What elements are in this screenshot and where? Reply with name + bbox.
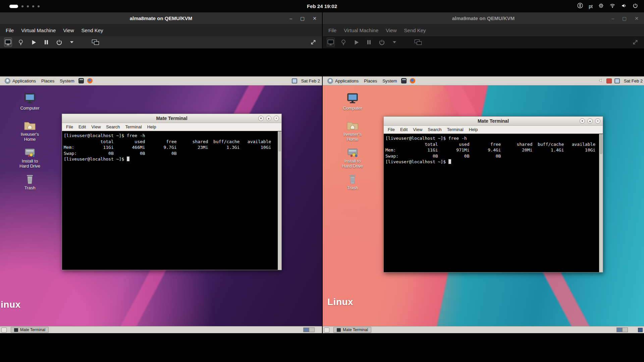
workspace-switcher[interactable] bbox=[616, 327, 628, 332]
vm-console-display[interactable]: Applications Places System Sat Feb 2 bbox=[0, 49, 322, 362]
terminal-menu-terminal[interactable]: Terminal bbox=[444, 127, 466, 132]
desktop-icon-install[interactable]: Install to Hard Drive bbox=[17, 146, 43, 169]
host-clock[interactable]: Feb 24 19:02 bbox=[307, 3, 337, 9]
show-desktop-button[interactable] bbox=[324, 327, 329, 333]
terminal-menu-terminal[interactable]: Terminal bbox=[123, 124, 145, 129]
show-desktop-button[interactable] bbox=[1, 327, 7, 333]
guest-desktop[interactable]: Computer liveuser's Home Install to Hard… bbox=[323, 85, 644, 326]
fullscreen-icon[interactable] bbox=[631, 38, 639, 47]
terminal-scrollbar[interactable] bbox=[599, 134, 603, 272]
display-tray-icon[interactable] bbox=[614, 78, 620, 83]
terminal-menu-search[interactable]: Search bbox=[103, 124, 122, 129]
menu-file[interactable]: File bbox=[2, 27, 17, 33]
terminal-menu-search[interactable]: Search bbox=[425, 127, 444, 132]
guest-desktop[interactable]: Computer liveuser's Home Install to Hard… bbox=[0, 85, 322, 326]
notification-tray-icon[interactable] bbox=[606, 78, 612, 83]
minimize-button[interactable]: – bbox=[289, 16, 292, 21]
guest-clock[interactable]: Sat Feb 2 bbox=[623, 78, 643, 83]
details-lightbulb-button[interactable] bbox=[17, 38, 25, 47]
close-button[interactable]: ✕ bbox=[635, 16, 639, 21]
active-workspace-pill[interactable] bbox=[9, 5, 18, 8]
console-view-button[interactable] bbox=[4, 38, 12, 47]
terminal-titlebar[interactable]: Mate Terminal ▾ ▴ × bbox=[62, 114, 281, 123]
console-view-button[interactable] bbox=[327, 38, 335, 47]
desktop-icon-trash[interactable]: Trash bbox=[339, 173, 366, 191]
system-menu[interactable]: System bbox=[380, 78, 399, 83]
desktop-icon-home[interactable]: liveuser's Home bbox=[339, 120, 366, 142]
menu-virtual-machine[interactable]: Virtual Machine bbox=[340, 27, 382, 33]
close-button[interactable]: ✕ bbox=[313, 16, 317, 21]
shutdown-button[interactable] bbox=[55, 38, 63, 47]
workspace-dot[interactable] bbox=[27, 5, 29, 7]
maximize-button[interactable]: ▢ bbox=[622, 16, 627, 21]
accessibility-icon[interactable] bbox=[577, 3, 583, 10]
workspace-1[interactable] bbox=[303, 327, 309, 332]
terminal-close-button[interactable]: × bbox=[274, 116, 279, 121]
workspace-dot[interactable] bbox=[21, 5, 23, 7]
workspace-2[interactable] bbox=[309, 327, 315, 332]
workspace-dot[interactable] bbox=[38, 5, 40, 7]
menu-send-key[interactable]: Send Key bbox=[400, 27, 430, 33]
terminal-minimize-button[interactable]: ▾ bbox=[580, 118, 585, 124]
displays-button[interactable] bbox=[91, 38, 99, 47]
display-tray-icon[interactable] bbox=[292, 78, 297, 83]
shutdown-menu-caret[interactable] bbox=[68, 38, 76, 47]
terminal-menu-file[interactable]: File bbox=[385, 127, 397, 132]
terminal-titlebar[interactable]: Mate Terminal ▾ ▴ × bbox=[384, 117, 603, 126]
maximize-button[interactable]: ▢ bbox=[300, 16, 305, 21]
menu-view[interactable]: View bbox=[382, 27, 400, 33]
vm-titlebar[interactable]: alma8mate on QEMU/KVM – ▢ ✕ bbox=[0, 12, 322, 24]
terminal-menu-edit[interactable]: Edit bbox=[397, 127, 410, 132]
workspace-switcher[interactable] bbox=[303, 327, 315, 332]
taskbar-task-mate-terminal[interactable]: Mate Terminal bbox=[11, 327, 49, 333]
desktop-icon-computer[interactable]: Computer bbox=[339, 93, 366, 111]
wifi-icon[interactable] bbox=[609, 3, 615, 10]
power-icon[interactable] bbox=[633, 3, 638, 10]
menu-file[interactable]: File bbox=[325, 27, 340, 33]
vm-titlebar[interactable]: alma9mate on QEMU/KVM – ▢ ✕ bbox=[323, 12, 644, 24]
terminal-window[interactable]: Mate Terminal ▾ ▴ × File Edit View Searc bbox=[62, 114, 282, 270]
terminal-window[interactable]: Mate Terminal ▾ ▴ × File Edit View Searc bbox=[383, 116, 603, 273]
desktop-icon-trash[interactable]: Trash bbox=[17, 173, 43, 191]
vm-console-display[interactable]: Applications Places System Sat Feb 2 bbox=[323, 49, 644, 362]
terminal-menu-view[interactable]: View bbox=[410, 127, 425, 132]
workspace-indicator[interactable] bbox=[0, 5, 40, 8]
menu-view[interactable]: View bbox=[59, 27, 77, 33]
terminal-maximize-button[interactable]: ▴ bbox=[587, 118, 593, 124]
workspace-2[interactable] bbox=[622, 327, 628, 332]
terminal-menu-file[interactable]: File bbox=[63, 124, 76, 129]
terminal-menu-help[interactable]: Help bbox=[145, 124, 159, 129]
workspace-dot[interactable] bbox=[32, 5, 34, 7]
terminal-menu-edit[interactable]: Edit bbox=[76, 124, 89, 129]
terminal-maximize-button[interactable]: ▴ bbox=[266, 116, 271, 121]
terminal-close-button[interactable]: × bbox=[595, 118, 600, 124]
places-menu[interactable]: Places bbox=[39, 78, 57, 83]
firefox-launcher-icon[interactable] bbox=[410, 78, 415, 83]
terminal-launcher-icon[interactable] bbox=[401, 78, 407, 83]
menu-virtual-machine[interactable]: Virtual Machine bbox=[17, 27, 59, 33]
taskbar-task-mate-terminal[interactable]: Mate Terminal bbox=[333, 327, 371, 333]
volume-tray-icon[interactable] bbox=[599, 78, 604, 84]
run-button[interactable] bbox=[352, 38, 360, 47]
terminal-output[interactable]: [liveuser@localhost ~]$ free -h total us… bbox=[384, 134, 599, 272]
taskbar-corner-icon[interactable] bbox=[638, 328, 643, 332]
keyboard-layout-indicator[interactable]: pt bbox=[589, 4, 593, 9]
terminal-output[interactable]: [liveuser@localhost ~]$ free -h total us… bbox=[62, 131, 278, 270]
desktop-icon-home[interactable]: liveuser's Home bbox=[17, 120, 43, 142]
desktop-icon-install[interactable]: Install to Hard Drive bbox=[339, 146, 366, 169]
shutdown-button[interactable] bbox=[378, 38, 386, 47]
firefox-launcher-icon[interactable] bbox=[87, 78, 93, 83]
terminal-minimize-button[interactable]: ▾ bbox=[258, 116, 264, 121]
menu-send-key[interactable]: Send Key bbox=[78, 27, 107, 33]
pause-button[interactable] bbox=[365, 38, 373, 47]
applications-menu[interactable]: Applications bbox=[325, 78, 361, 84]
system-menu[interactable]: System bbox=[57, 78, 77, 83]
volume-icon[interactable] bbox=[621, 3, 627, 10]
run-button[interactable] bbox=[30, 38, 38, 47]
details-lightbulb-button[interactable] bbox=[339, 38, 347, 47]
workspace-1[interactable] bbox=[616, 327, 622, 332]
shutdown-menu-caret[interactable] bbox=[390, 38, 398, 47]
settings-gear-icon[interactable] bbox=[598, 3, 604, 10]
displays-button[interactable] bbox=[414, 38, 422, 47]
terminal-scrollbar[interactable] bbox=[278, 131, 281, 270]
